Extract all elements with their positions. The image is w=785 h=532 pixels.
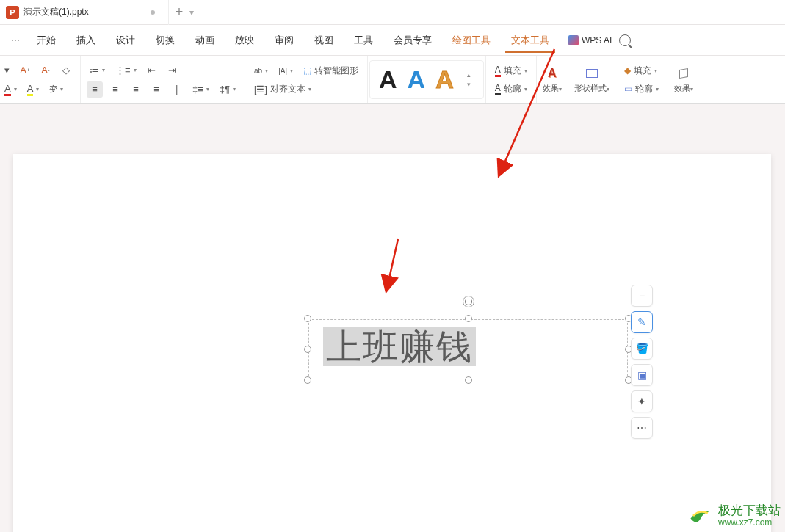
menu-vip[interactable]: 会员专享 — [383, 29, 442, 51]
slide[interactable]: 上班赚钱 — [13, 154, 771, 532]
document-title: 演示文稿(1).pptx — [23, 6, 146, 18]
tab-options-icon[interactable]: ▾ — [189, 7, 204, 18]
wps-ai-button[interactable]: WPS AI — [568, 35, 612, 45]
resize-handle-tl[interactable] — [304, 315, 311, 322]
wps-ai-logo-icon — [568, 35, 579, 45]
shape-effects-icon — [676, 65, 692, 81]
textbox-selection: 上班赚钱 — [323, 327, 476, 366]
shape-style-icon — [584, 65, 600, 81]
left-edge-clip: ⋯ — [4, 35, 26, 45]
shape-style-button[interactable]: 形状样式▾ — [568, 56, 615, 103]
shape-fill-button[interactable]: ◆ 填充 ▾ — [621, 63, 660, 79]
convert-smart-label: 转智能图形 — [314, 65, 358, 77]
watermark-logo-icon — [686, 503, 714, 529]
rotate-handle[interactable] — [463, 296, 474, 307]
align-right-button[interactable]: ≡ — [128, 81, 144, 98]
menu-view[interactable]: 视图 — [304, 29, 344, 51]
columns-button[interactable]: ‖ — [169, 81, 185, 98]
wordart-more-button[interactable]: ▴▾ — [464, 71, 474, 88]
search-icon[interactable] — [619, 34, 631, 46]
document-tab[interactable]: P 演示文稿(1).pptx — [0, 0, 169, 25]
shape-fill-label: 填充 — [634, 65, 651, 77]
text-effects-label: 效果 — [543, 84, 559, 92]
bucket-button[interactable]: 🪣 — [631, 338, 653, 360]
shape-effects-label: 效果 — [674, 84, 690, 92]
ribbon-shapefill-group: ◆ 填充 ▾ ▭ 轮廓 ▾ — [615, 56, 668, 103]
menu-transition[interactable]: 切换 — [145, 29, 185, 51]
wps-ai-label: WPS AI — [582, 35, 612, 45]
text-effects-button[interactable]: A 效果▾ — [537, 56, 568, 103]
clear-format-button[interactable]: ◇ — [58, 62, 74, 79]
resize-handle-t[interactable] — [465, 315, 472, 322]
more-button[interactable]: ⋯ — [631, 417, 653, 439]
bullets-button[interactable]: ≔▾ — [87, 62, 108, 79]
font-color-button[interactable]: A▾ — [1, 81, 20, 98]
textbox[interactable]: 上班赚钱 — [308, 319, 628, 379]
menu-draw-tools[interactable]: 绘图工具 — [442, 29, 501, 51]
new-tab-button[interactable]: + — [169, 4, 189, 20]
menu-slideshow[interactable]: 放映 — [225, 29, 264, 51]
menu-text-tools[interactable]: 文本工具 — [501, 29, 560, 51]
menu-tools[interactable]: 工具 — [344, 29, 383, 51]
highlight-button[interactable]: A▾ — [24, 81, 43, 98]
watermark-sitename: 极光下载站 — [718, 504, 781, 518]
text-fill-button[interactable]: A 填充 ▾ — [492, 63, 530, 79]
shape-outline-button[interactable]: ▭ 轮廓 ▾ — [621, 81, 662, 97]
char-scale-button[interactable]: |A|▾ — [275, 62, 296, 79]
align-text-label: 对齐文本 — [270, 83, 305, 95]
menu-start[interactable]: 开始 — [26, 29, 66, 51]
text-outline-button[interactable]: A 轮廓 ▾ — [492, 81, 530, 97]
menu-review[interactable]: 审阅 — [264, 29, 304, 51]
text-outline-label: 轮廓 — [504, 83, 521, 95]
shape-style-label: 形状样式 — [574, 84, 607, 92]
menu-bar: ⋯ 开始 插入 设计 切换 动画 放映 审阅 视图 工具 会员专享 绘图工具 文… — [0, 25, 785, 56]
wordart-preset-orange[interactable]: A — [435, 65, 454, 94]
shape-outline-label: 轮廓 — [635, 83, 653, 95]
menu-animation[interactable]: 动画 — [185, 29, 225, 51]
align-left-button[interactable]: ≡ — [87, 81, 103, 98]
pinyin-button[interactable]: 变▾ — [46, 81, 66, 98]
floating-tools: − ✎ 🪣 ▣ ✦ ⋯ — [631, 285, 653, 439]
clipped-dropdown[interactable]: ▾ — [1, 62, 12, 79]
canvas-area: 上班赚钱 — [0, 104, 785, 532]
align-justify-button[interactable]: ≡ — [148, 81, 164, 98]
menu-design[interactable]: 设计 — [106, 29, 145, 51]
align-center-button[interactable]: ≡ — [107, 81, 123, 98]
textbox-text[interactable]: 上班赚钱 — [323, 324, 476, 371]
font-shrink-button[interactable]: A- — [37, 62, 54, 79]
sparkle-button[interactable]: ✦ — [631, 390, 653, 412]
ribbon-paragraph-group: ≔▾ ⋮≡▾ ⇤ ⇥ ≡ ≡ ≡ ≡ ‖ ‡≡▾ ‡¶▾ — [81, 56, 245, 103]
numbering-button[interactable]: ⋮≡▾ — [112, 62, 140, 79]
ribbon-textfill-group: A 填充 ▾ A 轮廓 ▾ — [486, 56, 537, 103]
menu-right-tools: WPS AI — [568, 34, 631, 46]
text-direction-button[interactable]: ab▾ — [251, 62, 271, 79]
resize-handle-l[interactable] — [304, 346, 311, 353]
ribbon-font-group: ▾ A+ A- ◇ A▾ A▾ 变▾ — [0, 56, 81, 103]
watermark-url: www.xz7.com — [718, 518, 781, 528]
app-logo-icon: P — [6, 6, 19, 19]
para-spacing-button[interactable]: ‡¶▾ — [217, 81, 239, 98]
unsaved-indicator-icon — [151, 10, 155, 15]
indent-decrease-button[interactable]: ⇤ — [144, 62, 160, 79]
ribbon-wordart-group: A A A ▴▾ — [368, 56, 486, 103]
shadow-button[interactable]: ▣ — [631, 364, 653, 386]
align-text-button[interactable]: [☰] 对齐文本 ▾ — [251, 81, 314, 97]
tab-bar: P 演示文稿(1).pptx + ▾ — [0, 0, 785, 25]
zoom-out-button[interactable]: − — [631, 285, 653, 307]
pencil-button[interactable]: ✎ — [631, 311, 653, 333]
font-grow-button[interactable]: A+ — [17, 62, 33, 79]
ribbon-textdir-group: ab▾ |A|▾ ⬚ 转智能图形 [☰] 对齐文本 ▾ — [245, 56, 368, 103]
wordart-gallery[interactable]: A A A ▴▾ — [369, 60, 484, 99]
convert-smart-button[interactable]: ⬚ 转智能图形 — [300, 63, 361, 79]
watermark: 极光下载站 www.xz7.com — [686, 503, 781, 529]
shape-effects-button[interactable]: 效果▾ — [668, 56, 699, 103]
menu-insert[interactable]: 插入 — [66, 29, 106, 51]
text-effects-icon: A — [544, 65, 560, 81]
line-spacing-button[interactable]: ‡≡▾ — [189, 81, 212, 98]
resize-handle-b[interactable] — [465, 376, 472, 384]
wordart-preset-black[interactable]: A — [379, 65, 397, 94]
indent-increase-button[interactable]: ⇥ — [164, 62, 181, 79]
text-fill-label: 填充 — [504, 65, 521, 77]
resize-handle-bl[interactable] — [304, 376, 311, 384]
wordart-preset-blue[interactable]: A — [408, 65, 426, 94]
